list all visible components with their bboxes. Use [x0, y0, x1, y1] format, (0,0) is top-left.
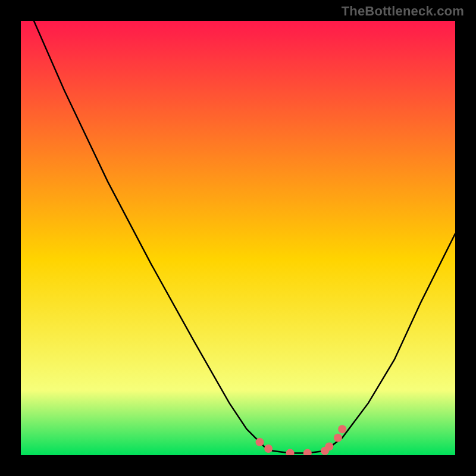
series-valley-floor — [273, 451, 325, 453]
curve-layer — [21, 21, 455, 455]
watermark-text: TheBottleneck.com — [342, 4, 464, 19]
marker-point — [256, 438, 264, 446]
marker-group — [256, 425, 347, 455]
series-right-branch — [325, 234, 455, 451]
marker-point — [303, 449, 312, 455]
series-left-branch — [34, 21, 273, 451]
marker-point — [286, 449, 295, 455]
marker-point — [264, 444, 273, 453]
plot-area — [21, 21, 455, 455]
series-group — [34, 21, 455, 453]
marker-point — [325, 442, 333, 450]
marker-point — [334, 434, 342, 442]
marker-point — [338, 425, 346, 433]
chart-stage: TheBottleneck.com — [0, 0, 476, 476]
